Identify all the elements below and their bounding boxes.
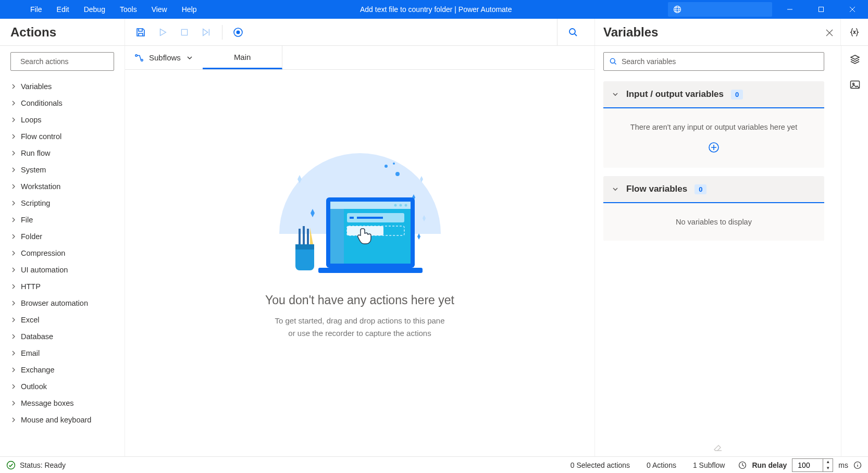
action-category[interactable]: Workstation [7,178,120,195]
action-category[interactable]: Folder [7,228,120,245]
action-category[interactable]: HTTP [7,278,120,295]
save-button[interactable] [131,23,150,42]
chevron-right-icon [10,283,17,290]
titlebar: File Edit Debug Tools View Help Add text… [0,0,868,19]
action-category-label: Conditionals [21,99,63,107]
menu-edit[interactable]: Edit [49,1,77,18]
action-category[interactable]: Email [7,345,120,362]
action-category[interactable]: Flow control [7,128,120,145]
svg-point-13 [395,172,400,176]
run-delay-label: Run delay [752,461,787,469]
svg-rect-18 [303,226,305,244]
svg-rect-3 [181,29,187,35]
action-category[interactable]: Excel [7,312,120,328]
empty-subtitle: To get started, drag and drop actions to… [275,315,444,339]
rail-variables-button[interactable] [841,19,868,45]
flow-search-button[interactable] [557,19,588,46]
account-button[interactable] [668,2,772,17]
action-category[interactable]: Browser automation [7,295,120,312]
action-category[interactable]: Outlook [7,378,120,395]
maximize-button[interactable] [808,0,835,19]
status-ok-icon [6,460,16,470]
recorder-button[interactable] [229,23,247,42]
io-variables-empty: There aren't any input or output variabl… [612,123,816,131]
variables-search-input[interactable] [622,57,819,66]
stop-button[interactable] [175,23,194,42]
chevron-right-icon [10,317,17,323]
menu-file[interactable]: File [23,1,49,18]
menubar: File Edit Debug Tools View Help [0,1,204,18]
action-category-label: Exchange [21,366,55,374]
close-button[interactable] [839,0,866,19]
svg-rect-27 [330,209,344,264]
status-text: Status: Ready [20,461,66,469]
actions-search-input[interactable] [20,57,111,66]
action-category[interactable]: Scripting [7,195,120,211]
action-category-label: File [21,216,33,224]
chevron-right-icon [10,133,17,140]
clear-variables-button[interactable] [595,442,841,456]
svg-point-33 [610,58,615,63]
menu-help[interactable]: Help [175,1,204,18]
action-category[interactable]: Run flow [7,145,120,161]
action-category-label: Run flow [21,149,50,157]
action-category-label: Excel [21,316,39,324]
menu-debug[interactable]: Debug [77,1,113,18]
tab-main[interactable]: Main [203,46,283,69]
action-category[interactable]: Message boxes [7,395,120,412]
empty-illustration [261,151,459,286]
action-category[interactable]: Conditionals [7,95,120,111]
action-category[interactable]: Exchange [7,362,120,378]
subflows-dropdown[interactable]: Subflows [125,46,203,69]
chevron-right-icon [10,250,17,256]
add-io-variable-button[interactable] [708,142,720,153]
variables-search-box[interactable] [603,52,824,71]
svg-rect-19 [307,229,309,244]
io-variables-count: 0 [731,90,743,99]
action-category[interactable]: Database [7,328,120,345]
run-button[interactable] [153,23,172,42]
rail-layers-button[interactable] [850,54,860,67]
minimize-button[interactable] [776,0,803,19]
flow-variables-header[interactable]: Flow variables 0 [603,176,824,203]
body: VariablesConditionalsLoopsFlow controlRu… [0,46,868,456]
menu-tools[interactable]: Tools [113,1,144,18]
action-category[interactable]: Variables [7,78,120,95]
info-icon[interactable] [853,461,862,469]
svg-rect-2 [819,7,824,12]
flow-variables-count: 0 [695,184,706,194]
empty-sub-line1: To get started, drag and drop actions to… [275,315,444,327]
svg-rect-20 [318,268,423,273]
status-subflows: 1 Subflow [693,461,725,469]
action-category[interactable]: Mouse and keyboard [7,412,120,428]
action-category-label: Database [21,332,53,341]
chevron-right-icon [10,417,17,423]
menu-view[interactable]: View [144,1,175,18]
rail-images-button[interactable] [850,80,860,92]
action-category[interactable]: Loops [7,111,120,128]
svg-rect-16 [295,244,314,250]
run-delay-up[interactable]: ▲ [823,459,833,465]
io-variables-accordion: Input / output variables 0 There aren't … [603,81,824,168]
run-delay-input[interactable] [798,461,823,469]
run-delay-spinner[interactable]: ▲ ▼ [792,458,833,472]
action-category[interactable]: Compression [7,245,120,262]
action-category[interactable]: File [7,211,120,228]
step-button[interactable] [197,23,216,42]
variables-title-cell: Variables [595,19,841,45]
svg-rect-30 [357,217,383,219]
flow-variables-body: No variables to display [603,203,824,241]
variables-close-button[interactable] [826,25,833,40]
action-category[interactable]: System [7,161,120,178]
chevron-right-icon [10,400,17,406]
actions-list[interactable]: VariablesConditionalsLoopsFlow controlRu… [0,75,125,456]
action-category[interactable]: UI automation [7,262,120,278]
chevron-right-icon [10,267,17,273]
action-category-label: UI automation [21,266,68,274]
io-variables-header[interactable]: Input / output variables 0 [603,81,824,108]
io-variables-title: Input / output variables [626,89,724,99]
run-delay-down[interactable]: ▼ [823,465,833,471]
status-selected: 0 Selected actions [571,461,630,469]
svg-point-12 [385,165,388,168]
actions-search-box[interactable] [10,52,114,71]
